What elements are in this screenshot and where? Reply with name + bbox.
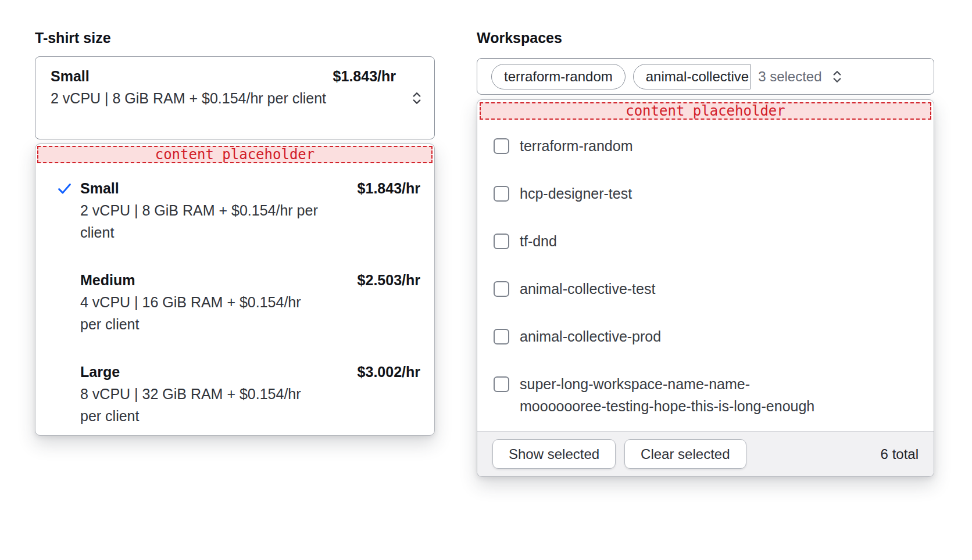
workspaces-section: Workspaces terraform-random animal-colle…	[477, 29, 934, 477]
tshirt-size-label: T-shirt size	[35, 29, 435, 46]
option-title: Small	[80, 177, 358, 199]
total-count-text: 6 total	[881, 446, 919, 462]
workspaces-label: Workspaces	[477, 29, 934, 46]
content-placeholder-label: content placeholder	[626, 103, 785, 119]
option-price: $3.002/hr	[358, 361, 420, 427]
workspace-item-label: super-long-workspace-name-name- moooooor…	[520, 373, 814, 417]
option-description: 8 vCPU | 32 GiB RAM + $0.154/hr per clie…	[80, 383, 324, 427]
check-spacer	[56, 361, 80, 427]
selected-check-icon	[56, 177, 80, 243]
content-placeholder-label: content placeholder	[155, 147, 315, 162]
workspace-item-tf-dnd[interactable]: tf-dnd	[494, 230, 917, 252]
option-description: 2 vCPU | 8 GiB RAM + $0.154/hr per clien…	[80, 199, 324, 243]
workspace-item-animal-collective-prod[interactable]: animal-collective-prod	[494, 325, 917, 347]
checkbox-unchecked[interactable]	[494, 186, 509, 202]
workspace-item-animal-collective-test[interactable]: animal-collective-test	[494, 278, 917, 300]
option-content: Large 8 vCPU | 32 GiB RAM + $0.154/hr pe…	[80, 361, 358, 427]
chevron-up-down-icon	[829, 69, 845, 85]
selected-count-text: 3 selected	[758, 69, 821, 85]
tag-animal-collective[interactable]: animal-collective	[633, 64, 751, 89]
option-content: Medium 4 vCPU | 16 GiB RAM + $0.154/hr p…	[80, 269, 358, 335]
checkbox-unchecked[interactable]	[494, 138, 509, 154]
tshirt-option-list: Small 2 vCPU | 8 GiB RAM + $0.154/hr per…	[35, 165, 434, 427]
checkbox-unchecked[interactable]	[494, 329, 509, 344]
option-small[interactable]: Small 2 vCPU | 8 GiB RAM + $0.154/hr per…	[56, 177, 420, 243]
workspace-item-hcp-designer-test[interactable]: hcp-designer-test	[494, 182, 917, 204]
option-title: Medium	[80, 269, 358, 291]
option-title: Large	[80, 361, 358, 383]
workspace-item-label: terraform-random	[520, 135, 633, 157]
chevron-up-down-icon	[409, 90, 425, 106]
check-spacer	[56, 269, 80, 335]
workspaces-listbox: content placeholder terraform-random hcp…	[477, 99, 934, 477]
workspaces-footer: Show selected Clear selected 6 total	[477, 431, 934, 476]
option-medium[interactable]: Medium 4 vCPU | 16 GiB RAM + $0.154/hr p…	[56, 269, 420, 335]
content-placeholder: content placeholder	[480, 102, 931, 120]
workspace-option-list: terraform-random hcp-designer-test tf-dn…	[477, 122, 934, 417]
workspace-item-terraform-random[interactable]: terraform-random	[494, 135, 917, 157]
option-price: $2.503/hr	[358, 269, 420, 335]
tshirt-size-trigger[interactable]: Small $1.843/hr 2 vCPU | 8 GiB RAM + $0.…	[35, 56, 435, 139]
option-price: $1.843/hr	[358, 177, 420, 243]
tag-terraform-random[interactable]: terraform-random	[491, 64, 626, 89]
workspace-item-label: animal-collective-prod	[520, 325, 661, 347]
show-selected-button[interactable]: Show selected	[492, 439, 616, 469]
workspace-item-super-long-name[interactable]: super-long-workspace-name-name- moooooor…	[494, 373, 917, 417]
option-content: Small 2 vCPU | 8 GiB RAM + $0.154/hr per…	[80, 177, 358, 243]
option-description: 4 vCPU | 16 GiB RAM + $0.154/hr per clie…	[80, 291, 324, 335]
checkbox-unchecked[interactable]	[494, 376, 509, 392]
workspaces-trigger[interactable]: terraform-random animal-collective 3 sel…	[477, 58, 934, 95]
option-large[interactable]: Large 8 vCPU | 32 GiB RAM + $0.154/hr pe…	[56, 361, 420, 427]
clear-selected-button[interactable]: Clear selected	[624, 439, 746, 469]
selected-size-title: Small	[51, 65, 90, 87]
workspace-item-label: hcp-designer-test	[520, 182, 632, 204]
tshirt-size-listbox: content placeholder Small 2 vCPU | 8 GiB…	[35, 143, 435, 436]
tshirt-size-section: T-shirt size Small $1.843/hr 2 vCPU | 8 …	[35, 29, 435, 436]
content-placeholder: content placeholder	[37, 146, 433, 163]
workspace-item-label: animal-collective-test	[520, 278, 655, 300]
workspace-item-label: tf-dnd	[520, 230, 557, 252]
checkbox-unchecked[interactable]	[494, 281, 509, 297]
selected-size-description: 2 vCPU | 8 GiB RAM + $0.154/hr per clien…	[51, 87, 330, 109]
selected-size-price: $1.843/hr	[333, 65, 396, 87]
checkbox-unchecked[interactable]	[494, 234, 509, 249]
